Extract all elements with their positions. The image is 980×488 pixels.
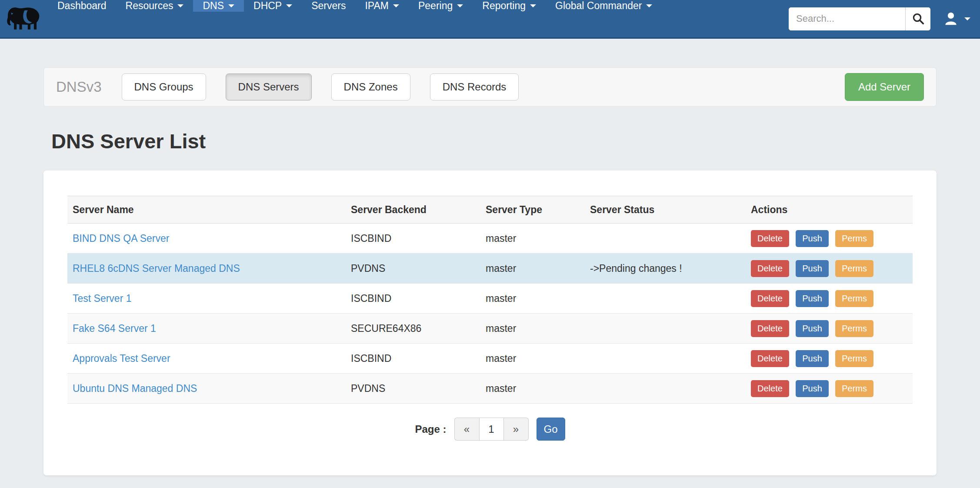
nav-label: DNS bbox=[203, 0, 224, 12]
server-name-link[interactable]: Fake S64 Server 1 bbox=[73, 323, 156, 334]
perms-button[interactable]: Perms bbox=[835, 260, 873, 277]
user-menu[interactable] bbox=[943, 10, 970, 27]
caret-down-icon bbox=[286, 4, 292, 7]
server-name-link[interactable]: BIND DNS QA Server bbox=[73, 233, 169, 244]
add-server-button[interactable]: Add Server bbox=[845, 73, 924, 101]
table-row: Approvals Test Server ISCBIND master Del… bbox=[67, 344, 913, 374]
nav-peering[interactable]: Peering bbox=[409, 0, 473, 12]
server-backend-cell: ISCBIND bbox=[346, 224, 480, 254]
tab-dns-zones[interactable]: DNS Zones bbox=[331, 74, 410, 100]
server-status-cell: ->Pending changes ! bbox=[585, 254, 746, 284]
table-row: Test Server 1 ISCBIND master Delete Push… bbox=[67, 284, 913, 314]
push-button[interactable]: Push bbox=[796, 350, 829, 367]
nav-label: Peering bbox=[418, 0, 453, 12]
nav-label: Reporting bbox=[482, 0, 526, 12]
delete-button[interactable]: Delete bbox=[751, 380, 789, 397]
nav-label: Resources bbox=[126, 0, 173, 12]
page-label: Page : bbox=[415, 423, 446, 435]
server-type-cell: master bbox=[480, 314, 585, 344]
nav-label: DHCP bbox=[253, 0, 282, 12]
server-backend-cell: SECURE64X86 bbox=[346, 314, 480, 344]
delete-button[interactable]: Delete bbox=[751, 230, 789, 247]
dns-server-table: Server Name Server Backend Server Type S… bbox=[67, 196, 913, 404]
server-status-cell bbox=[585, 314, 746, 344]
col-header-server-status: Server Status bbox=[585, 196, 746, 224]
dns-toolbar: DNSv3 DNS Groups DNS Servers DNS Zones D… bbox=[43, 67, 937, 107]
tab-dns-servers[interactable]: DNS Servers bbox=[226, 74, 312, 100]
nav-reporting[interactable]: Reporting bbox=[473, 0, 546, 12]
page-title: DNS Server List bbox=[51, 129, 937, 153]
server-name-link[interactable]: Ubuntu DNS Managed DNS bbox=[73, 383, 197, 394]
server-backend-cell: ISCBIND bbox=[346, 344, 480, 374]
tab-dns-records[interactable]: DNS Records bbox=[430, 74, 519, 100]
caret-down-icon bbox=[457, 4, 463, 7]
push-button[interactable]: Push bbox=[796, 320, 829, 337]
search-button[interactable] bbox=[905, 7, 930, 30]
nav-label: Dashboard bbox=[57, 0, 107, 12]
push-button[interactable]: Push bbox=[796, 260, 829, 277]
main-container: DNSv3 DNS Groups DNS Servers DNS Zones D… bbox=[43, 67, 937, 475]
server-name-link[interactable]: Test Server 1 bbox=[73, 293, 132, 304]
nav-global-commander[interactable]: Global Commander bbox=[546, 0, 662, 12]
delete-button[interactable]: Delete bbox=[751, 320, 789, 337]
caret-down-icon bbox=[530, 4, 536, 7]
tab-dns-groups[interactable]: DNS Groups bbox=[122, 74, 206, 100]
server-list-panel: Server Name Server Backend Server Type S… bbox=[43, 170, 937, 475]
col-header-actions: Actions bbox=[746, 196, 913, 224]
next-page-button[interactable]: » bbox=[504, 418, 529, 441]
caret-down-icon bbox=[964, 17, 970, 20]
search-input[interactable] bbox=[789, 7, 905, 30]
col-header-server-name: Server Name bbox=[67, 196, 346, 224]
server-status-cell bbox=[585, 224, 746, 254]
server-type-cell: master bbox=[480, 224, 585, 254]
perms-button[interactable]: Perms bbox=[835, 230, 873, 247]
nav-dashboard[interactable]: Dashboard bbox=[48, 0, 116, 12]
delete-button[interactable]: Delete bbox=[751, 260, 789, 277]
perms-button[interactable]: Perms bbox=[835, 350, 873, 367]
nav-dhcp[interactable]: DHCP bbox=[244, 0, 302, 12]
server-name-link[interactable]: Approvals Test Server bbox=[73, 353, 170, 364]
server-type-cell: master bbox=[480, 374, 585, 404]
search-icon bbox=[912, 12, 925, 25]
push-button[interactable]: Push bbox=[796, 380, 829, 397]
server-backend-cell: PVDNS bbox=[346, 374, 480, 404]
server-type-cell: master bbox=[480, 284, 585, 314]
caret-down-icon bbox=[393, 4, 399, 7]
server-backend-cell: ISCBIND bbox=[346, 284, 480, 314]
delete-button[interactable]: Delete bbox=[751, 350, 789, 367]
server-status-cell bbox=[585, 374, 746, 404]
server-status-cell bbox=[585, 284, 746, 314]
nav-label: Servers bbox=[311, 0, 346, 12]
dnsv3-label: DNSv3 bbox=[56, 79, 102, 95]
go-button[interactable]: Go bbox=[537, 418, 565, 441]
prev-page-button[interactable]: « bbox=[454, 418, 479, 441]
perms-button[interactable]: Perms bbox=[835, 290, 873, 307]
table-row: Ubuntu DNS Managed DNS PVDNS master Dele… bbox=[67, 374, 913, 404]
navbar-right bbox=[789, 0, 980, 37]
table-row: Fake S64 Server 1 SECURE64X86 master Del… bbox=[67, 314, 913, 344]
perms-button[interactable]: Perms bbox=[835, 320, 873, 337]
nav-servers[interactable]: Servers bbox=[302, 0, 355, 12]
server-name-link[interactable]: RHEL8 6cDNS Server Managed DNS bbox=[73, 263, 240, 274]
nav-ipam[interactable]: IPAM bbox=[355, 0, 409, 12]
nav-dns[interactable]: DNS bbox=[193, 0, 244, 12]
col-header-server-type: Server Type bbox=[480, 196, 585, 224]
nav-resources[interactable]: Resources bbox=[116, 0, 193, 12]
mammoth-logo[interactable] bbox=[0, 0, 48, 37]
caret-down-icon bbox=[177, 4, 183, 7]
delete-button[interactable]: Delete bbox=[751, 290, 789, 307]
perms-button[interactable]: Perms bbox=[835, 380, 873, 397]
pager-group: « » bbox=[454, 418, 529, 441]
main-menu: Dashboard Resources DNS DHCP Servers IPA… bbox=[48, 0, 662, 37]
search-group bbox=[789, 7, 930, 30]
push-button[interactable]: Push bbox=[796, 230, 829, 247]
server-type-cell: master bbox=[480, 344, 585, 374]
caret-down-icon bbox=[646, 4, 652, 7]
server-type-cell: master bbox=[480, 254, 585, 284]
push-button[interactable]: Push bbox=[796, 290, 829, 307]
page-number-input[interactable] bbox=[479, 418, 504, 441]
nav-label: Global Commander bbox=[555, 0, 642, 12]
table-header-row: Server Name Server Backend Server Type S… bbox=[67, 196, 913, 224]
server-status-cell bbox=[585, 344, 746, 374]
caret-down-icon bbox=[228, 4, 234, 7]
